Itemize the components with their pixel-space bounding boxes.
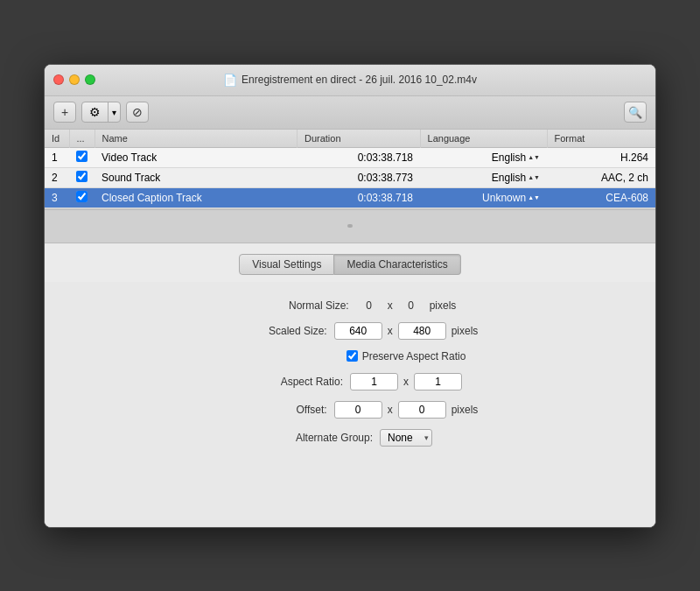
alternate-group-select-wrapper: None ▾: [380, 429, 432, 447]
cell-name: Sound Track: [94, 167, 297, 187]
scaled-size-unit: pixels: [452, 325, 479, 337]
language-stepper[interactable]: ▲▼: [528, 154, 540, 160]
traffic-lights: [53, 74, 95, 85]
tab-visual-settings[interactable]: Visual Settings: [239, 254, 334, 275]
language-stepper[interactable]: ▲▼: [528, 194, 540, 201]
minimize-button[interactable]: [69, 74, 80, 85]
col-header-duration: Duration: [297, 130, 420, 148]
offset-row: Offset: x pixels: [80, 401, 620, 419]
cell-format: CEA-608: [547, 187, 655, 208]
col-header-id: Id: [45, 130, 69, 148]
track-table: Id ... Name Duration Language Format 1 V…: [45, 130, 655, 208]
table-row[interactable]: 1 Video Track 0:03:38.718 English ▲▼ H.2…: [45, 147, 655, 167]
aspect-ratio-row: Aspect Ratio: x: [80, 373, 620, 390]
scaled-size-row: Scaled Size: x pixels: [80, 322, 620, 340]
cell-format: AAC, 2 ch: [547, 167, 655, 187]
scaled-size-label: Scaled Size:: [222, 325, 327, 337]
col-header-format: Format: [547, 130, 655, 148]
offset-x-input[interactable]: [334, 401, 382, 419]
normal-size-label: Normal Size:: [244, 299, 349, 312]
remove-button[interactable]: ⊘: [126, 102, 149, 123]
window-title: 📄 Enregistrement en direct - 26 juil. 20…: [223, 74, 477, 87]
titlebar: 📄 Enregistrement en direct - 26 juil. 20…: [45, 65, 655, 96]
resizer-area: [45, 208, 655, 243]
aspect-ratio-w-input[interactable]: [350, 373, 398, 390]
language-control[interactable]: English ▲▼: [492, 151, 540, 164]
alternate-group-row: Alternate Group: None ▾: [80, 429, 620, 447]
cell-checkbox[interactable]: [69, 147, 94, 167]
aspect-ratio-x-sep: x: [403, 376, 409, 388]
cell-name: Video Track: [94, 147, 297, 167]
preserve-aspect-ratio-checkbox[interactable]: [346, 350, 358, 362]
offset-y-input[interactable]: [398, 401, 446, 419]
toolbar: + ⚙ ▾ ⊘ 🔍: [45, 96, 655, 130]
aspect-ratio-h-input[interactable]: [414, 373, 462, 390]
alternate-group-select[interactable]: None: [380, 429, 432, 447]
table-row[interactable]: 3 Closed Caption Track 0:03:38.718 Unkno…: [45, 187, 655, 208]
content-area: Normal Size: 0 x 0 pixels Scaled Size: x…: [45, 282, 655, 527]
settings-button[interactable]: ⚙ ▾: [81, 102, 121, 123]
tab-bar: Visual Settings Media Characteristics: [45, 243, 655, 282]
track-checkbox[interactable]: [76, 171, 88, 182]
cell-checkbox[interactable]: [69, 187, 94, 208]
cell-duration: 0:03:38.718: [297, 187, 420, 208]
settings-icon[interactable]: ⚙: [82, 102, 108, 122]
track-checkbox[interactable]: [76, 191, 88, 202]
tab-media-characteristics[interactable]: Media Characteristics: [334, 254, 460, 275]
col-header-language: Language: [420, 130, 547, 148]
resize-handle[interactable]: [347, 224, 353, 228]
cell-language: Unknown ▲▼: [420, 187, 547, 208]
preserve-aspect-ratio-row: Preserve Aspect Ratio: [192, 350, 620, 362]
offset-label: Offset:: [222, 404, 327, 416]
cell-name: Closed Caption Track: [94, 187, 297, 208]
cell-duration: 0:03:38.718: [297, 147, 420, 167]
search-button[interactable]: 🔍: [624, 102, 647, 123]
cell-checkbox[interactable]: [69, 167, 94, 187]
normal-size-w: 0: [356, 299, 382, 312]
col-header-dot: ...: [69, 130, 94, 148]
document-icon: 📄: [223, 74, 237, 87]
normal-size-x-sep: x: [388, 299, 393, 312]
offset-x-sep: x: [388, 404, 393, 416]
add-button[interactable]: +: [53, 102, 76, 123]
maximize-button[interactable]: [85, 74, 95, 85]
offset-unit: pixels: [452, 404, 479, 416]
preserve-aspect-ratio-label[interactable]: Preserve Aspect Ratio: [346, 350, 466, 362]
scaled-size-h-input[interactable]: [398, 322, 446, 340]
normal-size-row: Normal Size: 0 x 0 pixels: [80, 299, 620, 312]
cell-language: English ▲▼: [420, 147, 547, 167]
cell-id: 1: [45, 147, 69, 167]
col-header-name: Name: [94, 130, 297, 148]
track-checkbox[interactable]: [76, 151, 88, 162]
scaled-size-w-input[interactable]: [334, 322, 382, 340]
close-button[interactable]: [53, 74, 64, 85]
cell-id: 3: [45, 187, 69, 208]
cell-id: 2: [45, 167, 69, 187]
scaled-size-x-sep: x: [388, 325, 393, 337]
table-row[interactable]: 2 Sound Track 0:03:38.773 English ▲▼ AAC…: [45, 167, 655, 187]
alternate-group-label: Alternate Group:: [268, 432, 373, 444]
cell-format: H.264: [547, 147, 655, 167]
main-window: 📄 Enregistrement en direct - 26 juil. 20…: [44, 64, 656, 528]
cell-duration: 0:03:38.773: [297, 167, 420, 187]
language-control[interactable]: Unknown ▲▼: [482, 192, 540, 204]
table-header-row: Id ... Name Duration Language Format: [45, 130, 655, 148]
language-control[interactable]: English ▲▼: [492, 172, 540, 184]
language-stepper[interactable]: ▲▼: [528, 174, 540, 180]
settings-arrow-icon[interactable]: ▾: [108, 102, 120, 122]
track-table-container: Id ... Name Duration Language Format 1 V…: [45, 130, 655, 208]
normal-size-h: 0: [398, 299, 424, 312]
normal-size-unit: pixels: [430, 299, 457, 312]
aspect-ratio-label: Aspect Ratio:: [238, 376, 343, 388]
cell-language: English ▲▼: [420, 167, 547, 187]
